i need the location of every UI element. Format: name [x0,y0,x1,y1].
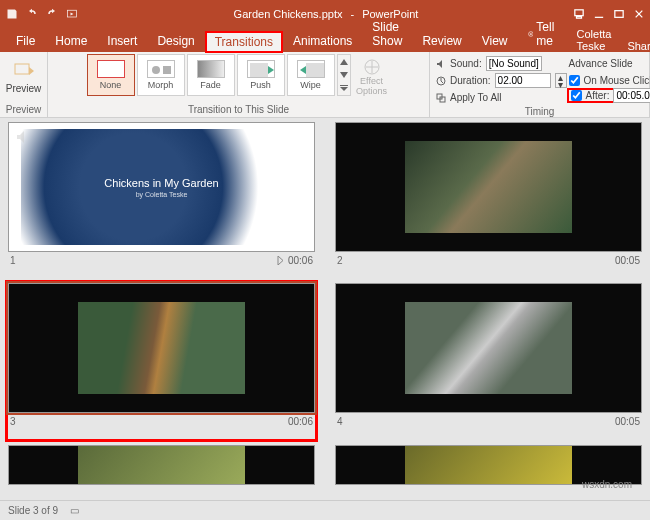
watermark: wsxdn.com [582,479,632,490]
duration-input[interactable] [495,73,551,88]
ribbon-options-icon[interactable] [574,9,584,19]
ribbon-tabs: File Home Insert Design Transitions Anim… [0,28,650,52]
tab-slideshow[interactable]: Slide Show [362,16,412,52]
duration-icon [436,76,446,86]
share-button[interactable]: Share [619,40,650,52]
slide-number: 2 [337,255,343,266]
svg-rect-12 [250,63,268,77]
undo-icon[interactable] [26,8,38,20]
ribbon: Preview Preview None Morph Fade Push [0,52,650,118]
transition-gallery-more[interactable] [337,54,351,96]
svg-rect-9 [15,64,29,74]
slide-number: 3 [10,416,16,427]
account-name[interactable]: Coletta Teske [569,28,620,52]
on-mouse-click-checkbox[interactable] [569,75,580,86]
transition-push[interactable]: Push [237,54,285,96]
svg-rect-4 [615,11,623,18]
preview-icon [14,61,34,81]
svg-point-8 [530,33,532,35]
slide-title: Chickens in My Garden [104,177,218,189]
maximize-icon[interactable] [614,9,624,19]
after-input[interactable] [613,88,650,103]
transition-fade[interactable]: Fade [187,54,235,96]
slide-thumb-2: 2 00:05 [335,122,642,277]
save-icon[interactable] [6,8,18,20]
slide-thumb-3: 3 00:06 [6,281,317,440]
slide-thumb-5 [8,445,315,496]
after-checkbox[interactable] [571,90,582,101]
status-slide-count: Slide 3 of 9 [8,505,58,516]
slide-time: 00:06 [288,416,313,427]
slide-thumb-4: 4 00:05 [335,283,642,438]
preview-button[interactable]: Preview [7,54,41,100]
tab-animations[interactable]: Animations [283,30,362,52]
duration-spinner[interactable]: ▴▾ [555,73,567,88]
transition-icon [276,256,285,265]
effect-options-icon [363,58,381,76]
slide-time: 00:05 [615,416,640,427]
slide-number: 1 [10,255,16,266]
document-title: Garden Chickens.pptx [234,8,343,20]
svg-point-10 [152,66,160,74]
tab-tellme[interactable]: Tell me [518,16,569,52]
group-label-preview: Preview [6,103,42,115]
sound-icon [436,59,446,69]
quick-access-toolbar [6,8,78,20]
svg-rect-11 [163,66,171,74]
effect-options-button: Effect Options [353,54,391,100]
duration-label: Duration: [450,75,491,86]
status-bar: Slide 3 of 9 ▭ [0,500,650,520]
tab-file[interactable]: File [6,30,45,52]
tab-home[interactable]: Home [45,30,97,52]
tab-insert[interactable]: Insert [97,30,147,52]
slide-number: 4 [337,416,343,427]
slide-sorter: Chickens in My Garden by Coletta Teske 1… [0,118,650,500]
transition-morph[interactable]: Morph [137,54,185,96]
apply-all-icon [436,93,446,103]
svg-rect-1 [575,10,583,16]
svg-rect-13 [306,63,324,77]
close-icon[interactable] [634,9,644,19]
tab-view[interactable]: View [472,30,518,52]
start-from-beginning-icon[interactable] [66,8,78,20]
svg-rect-14 [340,85,348,86]
slide-time: 00:06 [288,255,313,266]
on-mouse-click-label: On Mouse Click [584,75,650,86]
slide-thumb-1: Chickens in My Garden by Coletta Teske 1… [8,122,315,277]
group-label-transition: Transition to This Slide [188,103,289,115]
group-label-timing: Timing [525,105,555,117]
redo-icon[interactable] [46,8,58,20]
transition-wipe[interactable]: Wipe [287,54,335,96]
tab-transitions[interactable]: Transitions [205,31,283,53]
sound-label: Sound: [450,58,482,69]
status-lang-icon[interactable]: ▭ [70,505,79,516]
slide-time: 00:05 [615,255,640,266]
audio-icon [15,129,31,145]
advance-slide-label: Advance Slide [569,56,650,71]
transition-none[interactable]: None [87,54,135,96]
tellme-icon [528,29,534,39]
slide-subtitle: by Coletta Teske [136,191,188,198]
tab-review[interactable]: Review [412,30,471,52]
after-label: After: [586,90,610,101]
svg-rect-2 [577,17,582,19]
apply-to-all-button[interactable]: Apply To All [436,90,567,105]
tab-design[interactable]: Design [147,30,204,52]
minimize-icon[interactable] [594,9,604,19]
sound-select[interactable] [486,56,542,71]
